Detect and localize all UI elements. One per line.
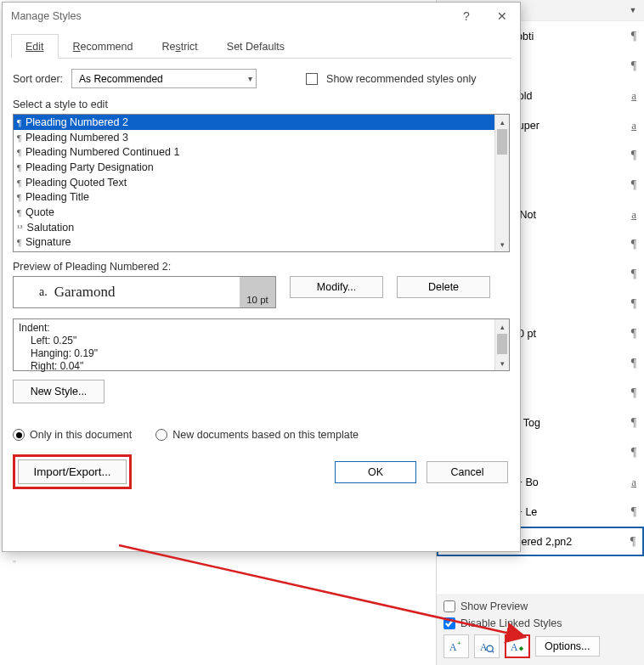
- paragraph-icon: ¹³: [17, 223, 23, 233]
- scroll-up-icon[interactable]: ▴: [495, 115, 509, 129]
- style-list-item-label: Pleading Numbered Continued 1: [25, 146, 179, 158]
- disable-linked-checkbox-row[interactable]: Disable Linked Styles: [443, 617, 637, 629]
- scrollbar-thumb[interactable]: [497, 129, 507, 155]
- import-export-button[interactable]: Import/Export...: [18, 459, 127, 484]
- svg-text:+: +: [457, 640, 461, 647]
- preview-prefix: a.: [39, 285, 48, 299]
- stray-mark: ”: [13, 559, 16, 569]
- scroll-down-icon[interactable]: ▾: [495, 356, 509, 370]
- help-button[interactable]: ?: [449, 3, 484, 29]
- style-list-item[interactable]: ¹³Salutation: [14, 220, 494, 235]
- preview-section: Preview of Pleading Numbered 2: a. Garam…: [13, 261, 510, 308]
- linked-style-icon: a: [631, 208, 636, 222]
- style-list-item[interactable]: ¶Pleading Party Designation: [14, 160, 494, 175]
- pane-menu-caret[interactable]: ▼: [627, 6, 639, 14]
- preview-label: Preview of Pleading Numbered 2:: [13, 261, 510, 273]
- linked-style-icon: a: [631, 476, 636, 489]
- pilcrow-icon: ¶: [631, 149, 636, 162]
- radio-new-documents-template[interactable]: New documents based on this template: [155, 429, 359, 441]
- listbox-scrollbar[interactable]: ▴ ▾: [494, 115, 509, 251]
- pilcrow-icon: ¶: [631, 297, 636, 311]
- close-button[interactable]: ✕: [484, 3, 520, 29]
- tab-recommend[interactable]: Recommend: [59, 34, 148, 59]
- pilcrow-icon: ¶: [631, 505, 636, 519]
- new-style-button[interactable]: New Style...: [13, 380, 105, 403]
- modify-button[interactable]: Modify...: [290, 276, 383, 298]
- paragraph-icon: ¶: [17, 192, 21, 202]
- dialog-title: Manage Styles: [11, 10, 82, 22]
- scrollbar-thumb[interactable]: [497, 334, 507, 354]
- style-list-item-label: Quote: [25, 206, 54, 218]
- linked-style-icon: a: [631, 119, 636, 132]
- style-list-item[interactable]: ¶Pleading Numbered 2: [14, 115, 494, 130]
- tab-edit[interactable]: Edit: [11, 34, 59, 59]
- sort-order-row: Sort order: As Recommended ▾ Show recomm…: [13, 69, 510, 88]
- style-list-item[interactable]: ¶Pleading Numbered 3: [14, 130, 494, 145]
- manage-styles-icon-button[interactable]: A: [505, 634, 530, 658]
- style-list-item-label: Pleading Title: [25, 191, 89, 203]
- indent-scrollbar[interactable]: ▴ ▾: [494, 319, 509, 370]
- dialog-titlebar: Manage Styles ? ✕: [3, 3, 520, 30]
- tab-defaults[interactable]: Set Defaults: [212, 34, 299, 59]
- indent-right: Right: 0.04": [19, 360, 489, 373]
- style-list-item-label: Pleading Quoted Text: [25, 177, 127, 189]
- svg-text:A: A: [511, 642, 518, 653]
- style-list-item[interactable]: ¶Pleading Quoted Text: [14, 175, 494, 190]
- style-list-item[interactable]: ¶Quote: [14, 205, 494, 220]
- pilcrow-icon: ¶: [631, 268, 636, 281]
- dialog-body: Sort order: As Recommended ▾ Show recomm…: [3, 59, 520, 499]
- tab-restrict[interactable]: Restrict: [147, 34, 212, 59]
- indent-left: Left: 0.25": [19, 335, 489, 347]
- style-list-item[interactable]: ¶Signature Block Pleading: [14, 250, 494, 251]
- window-buttons: ? ✕: [449, 3, 520, 29]
- style-list-item[interactable]: ¶Pleading Numbered Continued 1: [14, 144, 494, 160]
- pilcrow-icon: ¶: [631, 386, 636, 400]
- show-preview-checkbox[interactable]: [443, 600, 455, 612]
- paragraph-icon: ¶: [17, 132, 21, 143]
- show-recommended-checkbox[interactable]: [306, 73, 318, 85]
- preview-font-name: Garamond: [54, 284, 116, 301]
- style-list-item-label: Pleading Numbered 2: [25, 116, 128, 128]
- delete-button[interactable]: Delete: [397, 276, 490, 298]
- ok-button[interactable]: OK: [335, 461, 416, 483]
- paragraph-icon: ¶: [17, 207, 21, 217]
- pilcrow-icon: ¶: [631, 446, 636, 459]
- pilcrow-icon: ¶: [631, 357, 636, 370]
- chevron-down-icon: ▾: [248, 74, 252, 83]
- show-preview-checkbox-row[interactable]: Show Preview: [443, 600, 637, 612]
- styles-options-button[interactable]: Options...: [535, 636, 600, 657]
- paragraph-icon: ¶: [17, 117, 21, 127]
- scope-radio-row: Only in this document New documents base…: [13, 429, 510, 441]
- pilcrow-icon: ¶: [631, 59, 636, 73]
- radio-only-this-document[interactable]: Only in this document: [13, 429, 132, 441]
- style-listbox[interactable]: ¶Pleading Numbered 2¶Pleading Numbered 3…: [13, 114, 510, 252]
- paragraph-icon: ¶: [17, 178, 21, 188]
- svg-line-4: [492, 651, 494, 652]
- pilcrow-icon: ¶: [631, 178, 636, 192]
- style-inspector-icon-button[interactable]: A: [474, 634, 500, 658]
- svg-text:A: A: [480, 642, 488, 653]
- preview-font-size[interactable]: 10 pt: [240, 277, 275, 307]
- dialog-tabs: Edit Recommend Restrict Set Defaults: [11, 33, 511, 59]
- scroll-down-icon[interactable]: ▾: [495, 237, 509, 251]
- styles-pane-button-row: A+ A A Options...: [443, 634, 637, 658]
- pilcrow-icon: ¶: [631, 238, 636, 251]
- disable-linked-checkbox[interactable]: [443, 617, 455, 629]
- preview-box[interactable]: a. Garamond 10 pt: [13, 276, 276, 308]
- select-style-label: Select a style to edit: [13, 99, 510, 110]
- svg-text:A: A: [449, 642, 457, 653]
- styles-pane-footer: Show Preview Disable Linked Styles A+ A …: [437, 595, 644, 665]
- scroll-up-icon[interactable]: ▴: [495, 319, 509, 334]
- paragraph-icon: ¶: [17, 237, 21, 247]
- radio-icon: [13, 429, 25, 441]
- style-list-item[interactable]: ¶Pleading Title: [14, 189, 494, 205]
- paragraph-icon: ¶: [17, 162, 21, 172]
- dialog-bottom-row: Import/Export... OK Cancel: [13, 454, 510, 499]
- sort-order-dropdown[interactable]: As Recommended ▾: [71, 69, 257, 88]
- pilcrow-icon: ¶: [631, 30, 636, 43]
- style-list-item[interactable]: ¶Signature: [14, 235, 494, 251]
- show-preview-label: Show Preview: [460, 600, 528, 612]
- new-style-icon-button[interactable]: A+: [443, 634, 469, 658]
- pilcrow-icon: ¶: [631, 416, 636, 430]
- cancel-button[interactable]: Cancel: [427, 461, 508, 483]
